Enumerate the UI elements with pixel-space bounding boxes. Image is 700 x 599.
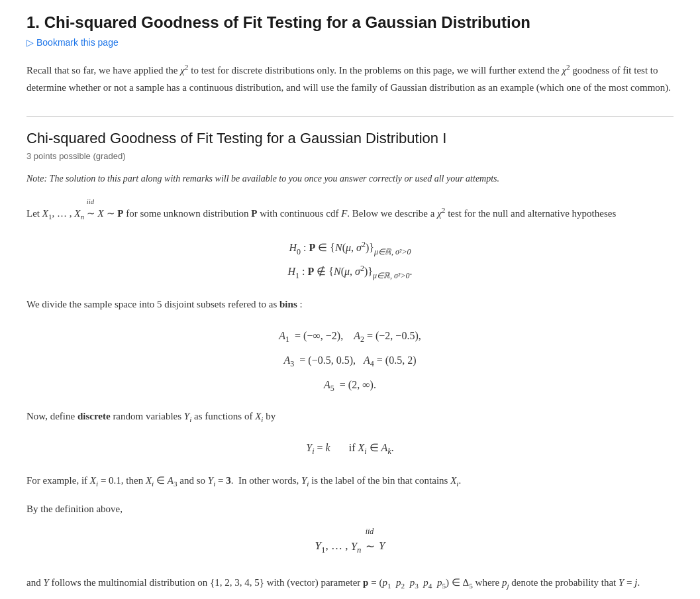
body-text-4: For example, if Xi = 0.1, then Xi ∈ A3 a… — [26, 472, 674, 490]
section-divider — [26, 116, 674, 117]
section-title: Chi-squared Goodness of Fit Testing for … — [26, 130, 674, 147]
points-label: 3 points possible (graded) — [26, 151, 674, 161]
page-title: 1. Chi-squared Goodness of Fit Testing f… — [26, 13, 674, 32]
bins-block: A1 = (−∞, −2), A2 = (−2, −0.5), A3 = (−0… — [26, 325, 674, 397]
body-text-3: Now, define discrete random variables Yi… — [26, 408, 674, 426]
body-text-1: Let X1, … , Xn iid∼ X ∼ P for some unkno… — [26, 199, 674, 223]
bookmark-text: Bookmark this page — [36, 37, 119, 48]
body-text-5: By the definition above, — [26, 501, 674, 518]
yi-definition: Yi = k if Xi ∈ Ak. — [26, 437, 674, 459]
hypothesis-alt: H1 : P ∉ {N(μ, σ2)}μ∈ℝ, σ²>0. — [26, 260, 674, 284]
y-iid-block: Y1, … , Yn iid∼ Y — [26, 528, 674, 559]
body-text-2: We divide the sample space into 5 disjoi… — [26, 296, 674, 313]
bins-line-1: A1 = (−∞, −2), A2 = (−2, −0.5), — [26, 325, 674, 347]
bins-line-2: A3 = (−0.5, 0.5), A4 = (0.5, 2) — [26, 350, 674, 372]
hypotheses-block: H0 : P ∈ {N(μ, σ2)}μ∈ℝ, σ²>0 H1 : P ∉ {N… — [26, 236, 674, 285]
bookmark-icon: ▷ — [26, 37, 34, 48]
bookmark-link[interactable]: ▷ Bookmark this page — [26, 37, 119, 48]
note-text: Note: The solution to this part along wi… — [26, 172, 674, 186]
hypothesis-null: H0 : P ∈ {N(μ, σ2)}μ∈ℝ, σ²>0 — [26, 236, 674, 260]
bins-line-3: A5 = (2, ∞). — [26, 374, 674, 396]
intro-paragraph: Recall that so far, we have applied the … — [26, 61, 674, 96]
body-text-6: and Y follows the multinomial distributi… — [26, 574, 674, 592]
